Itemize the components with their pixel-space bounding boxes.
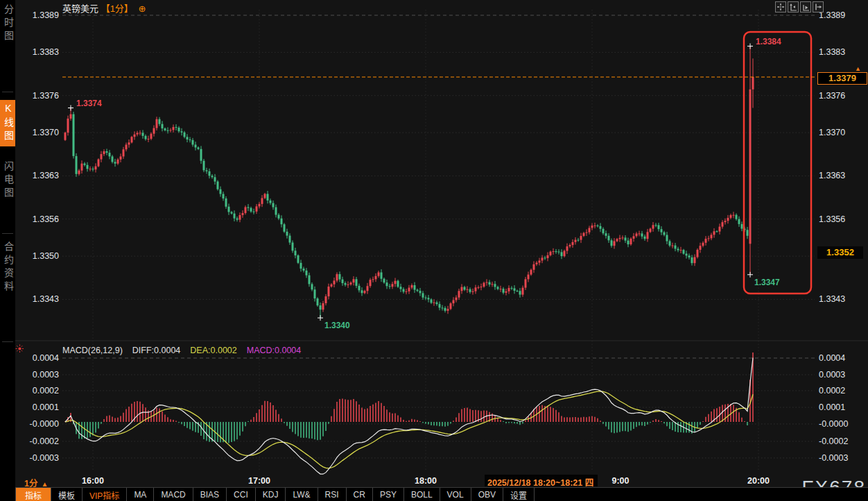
crosshair-icon[interactable]	[775, 1, 786, 12]
tab-indicator[interactable]: 指标	[15, 488, 51, 501]
extreme-price-label: 1.3374	[76, 99, 102, 108]
tab-rsi[interactable]: RSI	[318, 488, 347, 501]
extreme-price-label: 1.3384	[756, 37, 781, 46]
macd-dea-value: DEA:0.0002	[190, 346, 236, 355]
tab-psy[interactable]: PSY	[373, 488, 404, 501]
extreme-price-label: 1.3340	[324, 321, 350, 330]
tab-settings[interactable]: 设置	[503, 488, 535, 501]
tab-template[interactable]: 模板	[51, 488, 83, 501]
current-price-badge: 1.3379	[817, 72, 867, 85]
time-tick-label: 18:00	[410, 476, 441, 486]
tab-ma[interactable]: MA	[127, 488, 154, 501]
diff-line	[65, 358, 753, 475]
chart-canvas[interactable]	[0, 0, 868, 501]
tab-bias[interactable]: BIAS	[193, 488, 227, 501]
macd-params-label: MACD(26,12,9)	[62, 346, 123, 355]
sidebar-divider	[2, 341, 13, 342]
price-tick-label: 1.3356	[819, 214, 845, 224]
macd-tick-label: 0.0004	[819, 353, 845, 363]
price-up-arrow-icon: ▲	[855, 65, 861, 72]
extreme-marker	[747, 272, 753, 278]
time-tick-label: 20:00	[743, 476, 774, 486]
macd-tick-label: -0.0002	[819, 436, 848, 446]
sidebar-item-kline[interactable]: K线图	[0, 100, 15, 146]
extreme-marker	[747, 44, 753, 49]
extreme-marker	[318, 315, 323, 321]
extreme-price-label: 1.3347	[754, 278, 780, 287]
indicator-settings-icon[interactable]	[15, 343, 24, 356]
secondary-price-badge: 1.3352	[817, 246, 863, 259]
price-tick-label: 1.3370	[819, 128, 845, 137]
macd-value: MACD:0.0004	[247, 346, 302, 355]
highlight-box	[744, 32, 811, 294]
macd-tick-label: 0.0001	[819, 402, 845, 412]
sidebar: 分时图K线图闪电图合约资料	[0, 0, 15, 501]
macd-diff-value: DIFF:0.0004	[132, 346, 180, 355]
symbol-name: 英镑美元	[62, 3, 98, 14]
tab-lw[interactable]: LW&	[286, 488, 318, 501]
time-tick-label: 17:00	[244, 476, 275, 486]
price-tick-label: 1.3383	[819, 47, 845, 57]
candlestick-series	[64, 46, 754, 319]
macd-tick-label: 0.0002	[819, 386, 845, 396]
chart-toolbar	[775, 1, 824, 12]
interval-tag: 【1分】	[101, 3, 133, 14]
sidebar-divider	[2, 233, 13, 234]
tab-obv[interactable]: OBV	[471, 488, 503, 501]
extreme-marker	[68, 105, 73, 111]
macd-tick-label: 0.0003	[819, 370, 845, 380]
add-compare-icon[interactable]: ⊕	[139, 3, 146, 14]
tab-boll[interactable]: BOLL	[404, 488, 440, 501]
time-tick-label: 9:00	[605, 476, 636, 486]
macd-tick-label: -0.0003	[819, 453, 848, 463]
sidebar-item-timeshare[interactable]: 分时图	[0, 4, 15, 44]
macd-header: MACD(26,12,9) DIFF:0.0004 DEA:0.0002 MAC…	[62, 346, 301, 355]
tab-vip-indicator[interactable]: VIP指标	[83, 488, 127, 501]
chart-title: 英镑美元 【1分】 ⊕	[62, 1, 146, 15]
sidebar-divider	[2, 92, 13, 92]
macd-tick-label: -0.0000	[819, 419, 848, 429]
playback-icon[interactable]	[800, 1, 811, 12]
auto-scale-icon[interactable]	[788, 1, 799, 12]
tab-kdj[interactable]: KDJ	[256, 488, 286, 501]
tab-vol[interactable]: VOL	[440, 488, 471, 501]
pan-right-icon[interactable]	[813, 1, 824, 12]
sidebar-item-contract[interactable]: 合约资料	[0, 241, 15, 294]
tab-cr[interactable]: CR	[347, 488, 373, 501]
price-tick-label: 1.3376	[819, 91, 845, 101]
time-tick-label: 16:00	[78, 476, 108, 486]
indicator-tab-bar: 指标模板VIP指标MAMACDBIASCCIKDJLW&RSICRPSYBOLL…	[15, 487, 868, 501]
time-range-tooltip: 2025/12/18 18:20~18:21 四	[485, 475, 598, 486]
trading-app: { "window": { "title_symbol": "英镑美元", "t…	[0, 0, 868, 501]
tab-macd[interactable]: MACD	[154, 488, 193, 501]
price-tick-label: 1.3343	[819, 294, 845, 304]
sidebar-item-lightning[interactable]: 闪电图	[0, 161, 15, 201]
price-tick-label: 1.3363	[819, 171, 845, 180]
tab-cci[interactable]: CCI	[227, 488, 256, 501]
